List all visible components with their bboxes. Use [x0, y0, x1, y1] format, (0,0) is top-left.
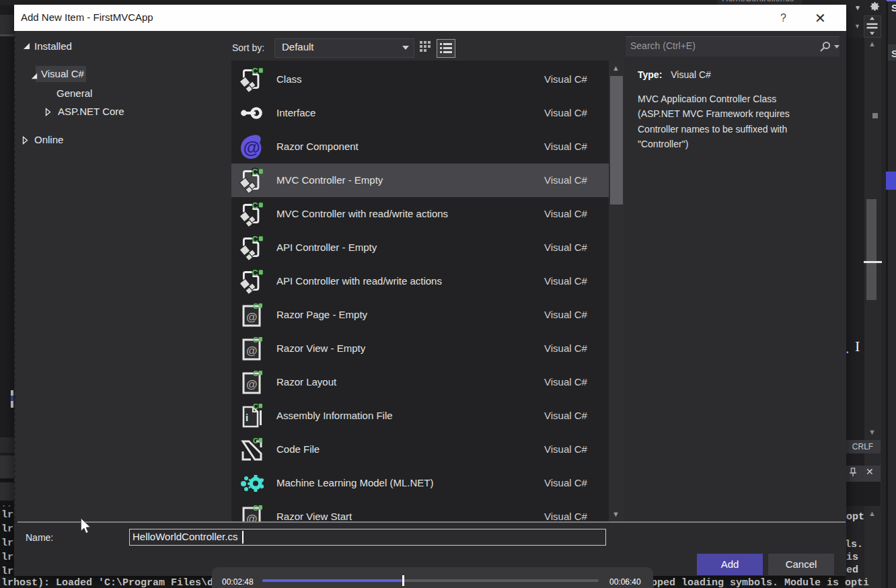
svg-text:C: C	[252, 235, 258, 244]
svg-text:C: C	[252, 268, 258, 278]
svg-text:C: C	[253, 302, 258, 310]
svg-text:C: C	[253, 369, 258, 377]
svg-text:@: @	[244, 137, 260, 157]
svg-text:C: C	[253, 336, 258, 344]
svg-text:C: C	[253, 437, 258, 445]
svg-text:C: C	[253, 402, 258, 410]
svg-text:C: C	[252, 168, 258, 177]
svg-text:@: @	[246, 378, 258, 391]
svg-text:i: i	[246, 412, 248, 423]
svg-text:C: C	[252, 67, 258, 76]
svg-text:C: C	[252, 201, 258, 211]
svg-text:@: @	[246, 344, 258, 357]
svg-text:@: @	[246, 311, 258, 324]
svg-text:C: C	[253, 504, 258, 512]
